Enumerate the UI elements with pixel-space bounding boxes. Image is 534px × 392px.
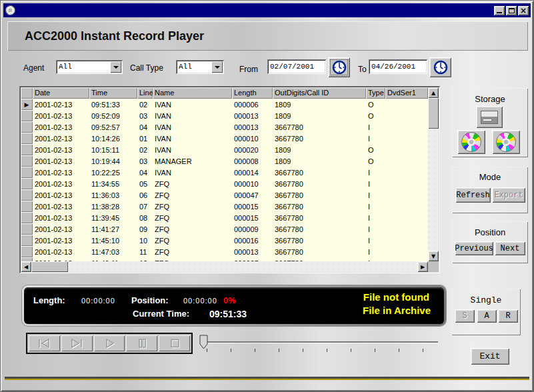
mode-panel: Mode Refresh Export	[452, 167, 528, 213]
cell-line: 04	[137, 121, 153, 133]
table-row[interactable]: 2001-02-13 10:22:25 04 IVAN 000014 36677…	[21, 167, 428, 178]
table-row[interactable]: 2001-02-13 11:41:27 09 ZFQ 000009 366778…	[21, 223, 428, 235]
page-title: ACC2000 Instant Record Player	[7, 21, 528, 43]
cell-line: 05	[137, 178, 153, 189]
maximize-button[interactable]	[506, 6, 517, 15]
single-s-button[interactable]: S	[455, 309, 475, 323]
row-selector[interactable]	[21, 223, 33, 235]
cell-line: 11	[137, 246, 153, 257]
vertical-scrollbar[interactable]: ▲ ▼	[428, 87, 439, 272]
scroll-up-button[interactable]: ▲	[428, 87, 439, 98]
close-button[interactable]: ×	[518, 6, 529, 15]
table-row[interactable]: 2001-02-13 10:19:44 03 MANAGER 000008 18…	[21, 155, 428, 167]
cell-time: 11:36:03	[89, 189, 137, 201]
horizontal-scrollbar[interactable]: ◀ ▶	[21, 261, 428, 272]
table-row[interactable]: 2001-02-13 10:14:26 01 IVAN 000010 36677…	[21, 133, 428, 144]
vertical-scroll-thumb[interactable]	[428, 98, 439, 129]
grid-rows: ▶ 2001-02-13 09:51:33 02 IVAN 000006 180…	[21, 99, 428, 261]
single-r-button[interactable]: R	[498, 309, 518, 323]
cell-date: 2001-02-13	[33, 155, 89, 167]
stop-button[interactable]	[159, 335, 190, 351]
table-row[interactable]: 2001-02-13 11:34:55 05 ZFQ 000010 366778…	[21, 178, 428, 189]
horizontal-scroll-thumb[interactable]	[31, 261, 68, 272]
table-row[interactable]: 2001-02-13 11:47:03 11 ZFQ 000013 366778…	[21, 246, 428, 257]
current-time-label: Current Time:	[133, 309, 189, 319]
scroll-down-button[interactable]: ▼	[428, 251, 439, 261]
row-selector[interactable]	[21, 246, 33, 257]
column-header-line[interactable]: Line	[137, 87, 153, 99]
scroll-left-button[interactable]: ◀	[21, 261, 31, 272]
skip-start-button[interactable]	[29, 335, 60, 351]
row-selector[interactable]: ▶	[21, 99, 33, 110]
cell-name: MANAGER	[153, 155, 232, 167]
cell-time: 10:22:25	[89, 167, 137, 178]
column-header-name[interactable]: Name	[153, 87, 232, 99]
column-header-dvdser1[interactable]: DvdSer1	[385, 87, 428, 99]
skip-end-button[interactable]	[61, 335, 93, 351]
storage-panel: Storage	[452, 88, 528, 157]
call-type-dropdown-button[interactable]	[211, 61, 223, 73]
horizontal-scroll-track[interactable]	[68, 261, 417, 272]
row-selector[interactable]	[21, 212, 33, 223]
refresh-button[interactable]: Refresh	[455, 187, 491, 203]
from-date-input[interactable]: 02/07/2001	[267, 59, 326, 74]
column-header-date[interactable]: Date	[33, 87, 89, 99]
agent-select[interactable]: All	[56, 60, 123, 74]
hard-drive-button[interactable]	[476, 106, 503, 128]
table-row[interactable]: ▶ 2001-02-13 09:51:33 02 IVAN 000006 180…	[21, 99, 428, 110]
app-window: × ACC2000 Instant Record Player Agent Al…	[0, 0, 534, 392]
cd-storage-button-2[interactable]	[492, 130, 520, 154]
cell-date: 2001-02-13	[33, 110, 89, 121]
cell-length: 000013	[232, 110, 273, 121]
cell-line: 07	[137, 201, 153, 212]
table-row[interactable]: 2001-02-13 11:45:10 10 ZFQ 000016 366778…	[21, 235, 428, 246]
previous-button[interactable]: Previous	[455, 241, 493, 255]
row-selector[interactable]	[21, 144, 33, 155]
minimize-button[interactable]	[494, 6, 505, 15]
exit-button[interactable]: Exit	[471, 348, 509, 365]
agent-dropdown-button[interactable]	[110, 61, 121, 73]
column-header-outdigits[interactable]: OutDigits/Call ID	[273, 87, 366, 99]
cell-outdigits: 1809	[273, 155, 366, 167]
table-row[interactable]: 2001-02-13 11:38:28 07 ZFQ 000015 366778…	[21, 201, 428, 212]
row-selector[interactable]	[21, 110, 33, 121]
play-button[interactable]	[94, 335, 125, 351]
pause-button[interactable]	[126, 335, 157, 351]
slider-track[interactable]	[204, 341, 438, 343]
to-calendar-button[interactable]	[429, 57, 451, 77]
call-type-select[interactable]: All	[176, 60, 224, 74]
table-row[interactable]: 2001-02-13 10:15:11 02 IVAN 000020 1809 …	[21, 144, 428, 155]
row-selector[interactable]	[21, 235, 33, 246]
table-row[interactable]: 2001-02-13 09:52:57 04 IVAN 000013 36677…	[21, 121, 428, 133]
row-selector[interactable]	[21, 121, 33, 133]
next-button[interactable]: Next	[495, 241, 525, 255]
cell-time: 11:45:10	[89, 235, 137, 246]
column-header-type[interactable]: Type	[366, 87, 385, 99]
seek-slider[interactable]	[199, 334, 441, 353]
cell-length: 000008	[232, 155, 273, 167]
cd-storage-button-1[interactable]	[457, 130, 485, 154]
table-row[interactable]: 2001-02-13 09:52:09 03 IVAN 000013 1809 …	[21, 110, 428, 121]
export-button[interactable]: Export	[492, 187, 525, 203]
row-selector[interactable]	[21, 155, 33, 167]
cell-length: 000016	[232, 235, 273, 246]
column-header-time[interactable]: Time	[89, 87, 137, 99]
single-a-button[interactable]: A	[477, 309, 497, 323]
cell-length: 000020	[232, 144, 273, 155]
row-selector[interactable]	[21, 189, 33, 201]
scroll-right-button[interactable]: ▶	[417, 261, 428, 272]
row-selector[interactable]	[21, 167, 33, 178]
row-selector[interactable]	[21, 133, 33, 144]
cell-length: 000013	[232, 121, 273, 133]
table-row[interactable]: 2001-02-13 11:39:45 08 ZFQ 000015 366778…	[21, 212, 428, 223]
row-selector[interactable]	[21, 178, 33, 189]
cell-date: 2001-02-13	[33, 167, 89, 178]
from-calendar-button[interactable]	[328, 57, 350, 77]
current-row-arrow-icon: ▶	[25, 101, 29, 108]
row-selector[interactable]	[21, 201, 33, 212]
cell-outdigits: 3667780	[273, 167, 366, 178]
vertical-scroll-track[interactable]	[428, 129, 439, 251]
table-row[interactable]: 2001-02-13 11:36:03 06 ZFQ 000047 366778…	[21, 189, 428, 201]
column-header-length[interactable]: Length	[232, 87, 273, 99]
to-date-input[interactable]: 04/26/2001	[369, 59, 427, 74]
